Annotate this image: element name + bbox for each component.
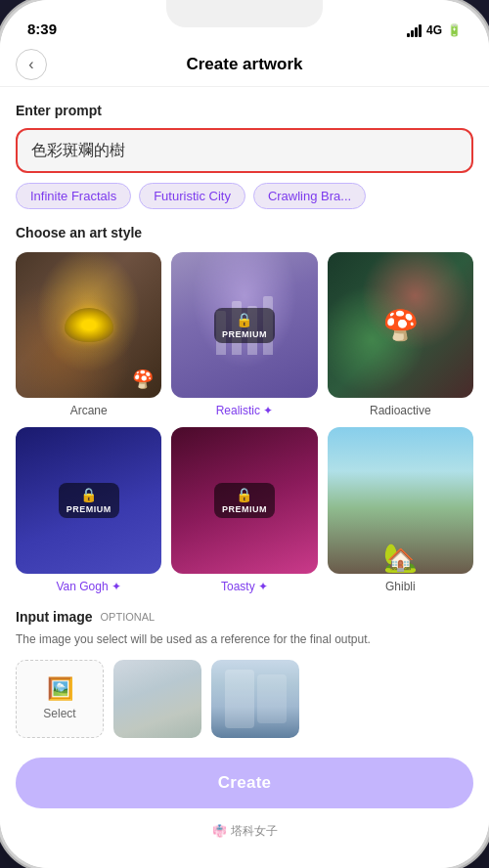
art-thumb-vangogh: 🔒 PREMIUM xyxy=(16,427,161,573)
status-icons: 4G 🔋 xyxy=(407,23,462,37)
select-label: Select xyxy=(43,707,75,720)
radioactive-icon: 🍄 xyxy=(382,308,419,342)
tag-label: Infinite Fractals xyxy=(30,189,116,203)
art-name-arcane: Arcane xyxy=(70,404,108,417)
art-style-realistic[interactable]: 🔒 PREMIUM Realistic ✦ xyxy=(171,252,317,417)
notch xyxy=(166,0,323,27)
premium-badge-vangogh: 🔒 PREMIUM xyxy=(59,483,119,518)
art-style-grid: 🍄 Arcane xyxy=(16,252,473,593)
premium-badge-toasty: 🔒 PREMIUM xyxy=(214,483,275,518)
art-style-section: Choose an art style 🍄 Arcan xyxy=(0,209,489,593)
premium-badge-realistic: 🔒 PREMIUM xyxy=(214,308,275,343)
back-button[interactable]: ‹ xyxy=(16,49,47,80)
create-button[interactable]: Create xyxy=(16,758,473,808)
tag-item[interactable]: Crawling Bra... xyxy=(253,183,366,209)
prompt-label: Enter prompt xyxy=(16,103,473,118)
header: ‹ Create artwork xyxy=(0,43,489,87)
image-preview-2[interactable] xyxy=(211,660,299,738)
art-thumb-realistic: 🔒 PREMIUM xyxy=(171,252,317,398)
art-thumb-toasty: 🔒 PREMIUM xyxy=(171,427,317,573)
watermark: 👘 塔科女子 xyxy=(0,818,489,849)
lock-icon: 🔒 xyxy=(80,487,97,502)
tag-label: Futuristic City xyxy=(154,189,231,203)
image-preview-1[interactable] xyxy=(113,660,201,738)
app-content: ‹ Create artwork Enter prompt Infinite F… xyxy=(0,43,489,868)
status-time: 8:39 xyxy=(27,21,57,37)
phone-screen: 8:39 4G 🔋 ‹ Create artwork xyxy=(0,0,489,868)
input-image-section: Input image OPTIONAL The image you selec… xyxy=(0,593,489,738)
tag-item[interactable]: Futuristic City xyxy=(139,183,245,209)
tags-row: Infinite Fractals Futuristic City Crawli… xyxy=(0,173,489,209)
art-style-arcane[interactable]: 🍄 Arcane xyxy=(16,252,161,417)
input-image-description: The image you select will be used as a r… xyxy=(16,630,473,648)
art-style-vangogh[interactable]: 🔒 PREMIUM Van Gogh ✦ xyxy=(16,427,161,592)
art-thumb-arcane: 🍄 xyxy=(16,252,161,398)
prompt-input[interactable] xyxy=(16,128,473,173)
page-title: Create artwork xyxy=(186,55,302,74)
image-select-icon: 🖼️ xyxy=(47,676,73,702)
back-icon: ‹ xyxy=(28,56,33,73)
art-name-toasty: Toasty ✦ xyxy=(221,580,268,593)
art-style-toasty[interactable]: 🔒 PREMIUM Toasty ✦ xyxy=(171,427,317,592)
tag-label: Crawling Bra... xyxy=(268,189,351,203)
premium-label-3: PREMIUM xyxy=(222,504,267,514)
signal-icon xyxy=(407,24,422,37)
lock-icon: 🔒 xyxy=(236,312,252,327)
premium-label: PREMIUM xyxy=(222,329,267,339)
art-style-ghibli[interactable]: 🏡 Ghibli xyxy=(328,427,473,592)
tag-item[interactable]: Infinite Fractals xyxy=(16,183,131,209)
art-style-label: Choose an art style xyxy=(16,225,473,240)
image-row: 🖼️ Select xyxy=(16,660,473,738)
input-image-label: Input image xyxy=(16,609,93,625)
ghibli-house-icon: 🏡 xyxy=(383,542,418,574)
art-style-radioactive[interactable]: 🍄 Radioactive xyxy=(328,252,473,417)
art-name-radioactive: Radioactive xyxy=(370,404,431,417)
watermark-icon: 👘 xyxy=(212,824,227,838)
input-image-header: Input image OPTIONAL xyxy=(16,609,473,625)
select-image-button[interactable]: 🖼️ Select xyxy=(16,660,104,738)
network-label: 4G xyxy=(426,23,442,37)
battery-icon: 🔋 xyxy=(447,23,462,37)
mushroom-icon: 🍄 xyxy=(132,369,154,390)
optional-badge: OPTIONAL xyxy=(101,611,156,623)
watermark-text: 塔科女子 xyxy=(231,823,278,840)
phone-frame: 8:39 4G 🔋 ‹ Create artwork xyxy=(0,0,489,868)
art-name-ghibli: Ghibli xyxy=(385,580,416,593)
lock-icon: 🔒 xyxy=(236,487,252,502)
prompt-section: Enter prompt xyxy=(0,87,489,173)
create-btn-container: Create xyxy=(0,738,489,818)
art-thumb-ghibli: 🏡 xyxy=(328,427,473,573)
art-thumb-radioactive: 🍄 xyxy=(328,252,473,398)
premium-label-2: PREMIUM xyxy=(67,504,111,514)
art-name-realistic: Realistic ✦ xyxy=(216,404,274,417)
art-name-vangogh: Van Gogh ✦ xyxy=(56,580,120,593)
